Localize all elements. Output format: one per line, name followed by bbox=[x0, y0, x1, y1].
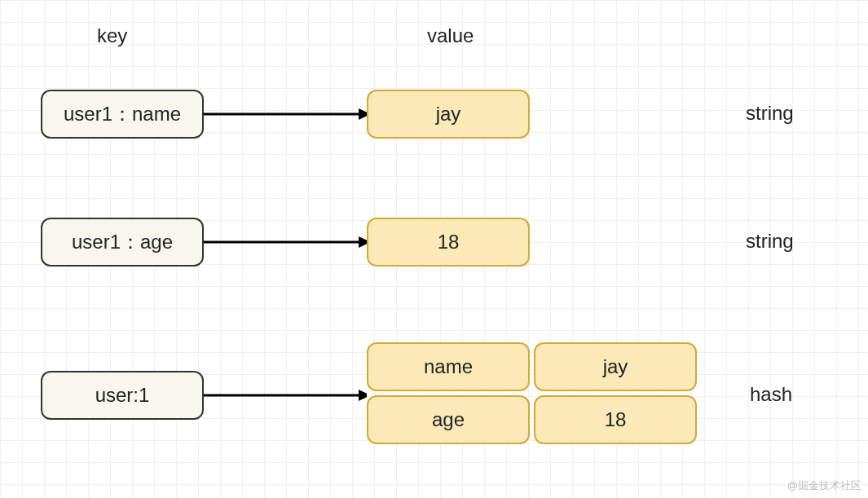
arrow-1 bbox=[204, 102, 367, 126]
hash-field-0: name bbox=[367, 342, 530, 391]
key-text-2: user1：age bbox=[72, 229, 173, 255]
value-text-2: 18 bbox=[438, 231, 460, 253]
hash-value-0-label: jay bbox=[603, 355, 628, 378]
value-box-1: jay bbox=[367, 90, 530, 139]
type-label-3: hash bbox=[750, 383, 792, 406]
hash-field-1: age bbox=[367, 395, 530, 444]
watermark: @掘金技术社区 bbox=[787, 478, 861, 493]
type-label-1: string bbox=[746, 102, 794, 125]
svg-marker-1 bbox=[359, 108, 367, 120]
key-box-1: user1：name bbox=[41, 90, 204, 139]
arrow-3 bbox=[204, 383, 367, 408]
hash-value-1: 18 bbox=[534, 395, 697, 444]
header-value: value bbox=[427, 24, 474, 47]
type-label-2: string bbox=[746, 230, 794, 253]
arrow-2 bbox=[204, 230, 367, 254]
hash-field-1-label: age bbox=[432, 408, 465, 431]
svg-marker-5 bbox=[359, 390, 367, 401]
key-box-2: user1：age bbox=[41, 218, 204, 267]
header-key: key bbox=[97, 24, 127, 47]
value-box-2: 18 bbox=[367, 218, 530, 267]
key-text-1: user1：name bbox=[64, 101, 181, 127]
hash-value-1-label: 18 bbox=[605, 408, 627, 431]
hash-value-0: jay bbox=[534, 342, 697, 391]
value-text-1: jay bbox=[436, 103, 461, 126]
svg-marker-3 bbox=[359, 236, 367, 248]
key-box-3: user:1 bbox=[41, 371, 204, 420]
hash-field-0-label: name bbox=[424, 355, 473, 378]
key-text-3: user:1 bbox=[95, 384, 150, 407]
